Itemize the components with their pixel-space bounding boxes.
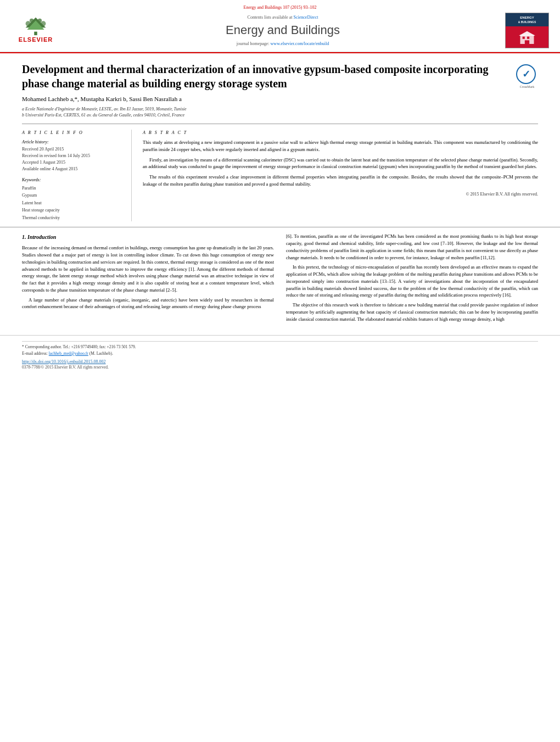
svg-point-5	[30, 19, 33, 23]
article-title: Development and thermal characterization…	[22, 62, 516, 91]
crossmark-label: CrossMark	[516, 85, 538, 89]
journal-header: Energy and Buildings 107 (2015) 93–102 E…	[0, 0, 560, 52]
revised-date: Received in revised form 14 July 2015	[22, 153, 125, 159]
email-person: (M. Lachheb).	[89, 351, 113, 356]
email-line: E-mail address: lachheb_med@yahoo.fr (M.…	[22, 350, 538, 356]
body-para-1: Because of the increasing demand on ther…	[22, 244, 274, 293]
crossmark: ✓ CrossMark	[516, 64, 538, 86]
history-label: Article history:	[22, 139, 125, 145]
svg-rect-9	[527, 37, 529, 39]
available-date: Available online 4 August 2015	[22, 166, 125, 172]
footnote-text: * Corresponding author. Tel.: +216 97749…	[22, 344, 538, 350]
building-icon	[513, 30, 541, 44]
page: Energy and Buildings 107 (2015) 93–102 E…	[0, 0, 560, 742]
homepage-link[interactable]: www.elsevier.com/locate/enbuild	[271, 41, 329, 46]
article-info-column: A R T I C L E I N F O Article history: R…	[22, 130, 132, 222]
abstract-para-3: The results of this experiment revealed …	[143, 174, 538, 188]
received-date: Received 20 April 2015	[22, 146, 125, 153]
article-history: Article history: Received 20 April 2015 …	[22, 139, 125, 172]
keyword-paraffin: Paraffin	[22, 185, 125, 192]
body-para-3: [6]. To mention, paraffin as one of the …	[286, 233, 538, 261]
svg-marker-11	[519, 31, 535, 36]
authors: Mohamed Lachheb a,*, Mustapha Karkri b, …	[22, 95, 538, 103]
issn-line: 0378-7788/© 2015 Elsevier B.V. All right…	[22, 365, 538, 371]
header-middle: ELSEVIER Contents lists available at Sci…	[11, 13, 549, 48]
abstract-para-2: Firstly, an investigation by means of a …	[143, 157, 538, 171]
affiliation-b: b Université Paris-Est, CERTES, 61 av. d…	[22, 112, 538, 118]
doi-link[interactable]: http://dx.doi.org/10.1016/j.enbuild.2015…	[22, 359, 538, 365]
copyright: © 2015 Elsevier B.V. All rights reserved…	[143, 191, 538, 197]
svg-rect-10	[525, 40, 529, 44]
elsevier-tree-icon	[19, 16, 52, 36]
keyword-latent: Latent heat	[22, 199, 125, 207]
body-two-col: 1. Introduction Because of the increasin…	[22, 233, 538, 325]
email-link[interactable]: lachheb_med@yahoo.fr	[49, 351, 88, 356]
main-body: 1. Introduction Because of the increasin…	[0, 227, 560, 331]
sciencedirect-link[interactable]: ScienceDirect	[294, 15, 318, 20]
abstract-text: This study aims at developing a new inte…	[143, 139, 538, 188]
homepage-line: journal homepage: www.elsevier.com/locat…	[60, 41, 505, 47]
page-footer: * Corresponding author. Tel.: +216 97749…	[0, 335, 560, 373]
abstract-column: A B S T R A C T This study aims at devel…	[143, 130, 538, 222]
section-1-title: 1. Introduction	[22, 233, 274, 241]
elsevier-logo: ELSEVIER	[11, 15, 60, 46]
svg-rect-8	[523, 37, 525, 39]
journal-logo: ENERGY & BUILDINGS	[505, 13, 549, 48]
article-section: Development and thermal characterization…	[0, 53, 560, 221]
abstract-header: A B S T R A C T	[143, 130, 538, 136]
article-info-header: A R T I C L E I N F O	[22, 130, 125, 136]
journal-center: Contents lists available at ScienceDirec…	[60, 14, 505, 47]
keywords-label: Keywords:	[22, 177, 125, 183]
body-col-left: 1. Introduction Because of the increasin…	[22, 233, 274, 325]
footnote: * Corresponding author. Tel.: +216 97749…	[22, 341, 538, 356]
citation-text: Energy and Buildings 107 (2015) 93–102	[244, 5, 317, 10]
affiliations: a Ecole Nationale d'Ingénieur de Monasti…	[22, 106, 538, 118]
body-para-4: In this pretext, the technology of micro…	[286, 264, 538, 299]
article-info-abstract: A R T I C L E I N F O Article history: R…	[22, 124, 538, 222]
sciencedirect-line: Contents lists available at ScienceDirec…	[60, 14, 505, 20]
svg-point-4	[41, 21, 46, 26]
crossmark-icon: ✓	[516, 64, 536, 84]
accepted-date: Accepted 1 August 2015	[22, 159, 125, 166]
article-title-area: Development and thermal characterization…	[22, 62, 538, 91]
keyword-gypsum: Gypsum	[22, 192, 125, 199]
journal-title-header: Energy and Buildings	[60, 22, 505, 39]
svg-point-3	[26, 21, 31, 26]
elsevier-label: ELSEVIER	[19, 36, 53, 44]
abstract-para-1: This study aims at developing a new inte…	[143, 139, 538, 153]
keywords-section: Keywords: Paraffin Gypsum Latent heat He…	[22, 177, 125, 221]
affiliation-a: a Ecole Nationale d'Ingénieur de Monasti…	[22, 106, 538, 112]
email-label: E-mail address:	[22, 351, 48, 356]
keyword-thermal-cond: Thermal conductivity	[22, 214, 125, 222]
citation-bar: Energy and Buildings 107 (2015) 93–102	[11, 4, 549, 10]
svg-rect-0	[34, 32, 37, 35]
body-para-5: The objective of this research work is t…	[286, 302, 538, 322]
body-col-right: [6]. To mention, paraffin as one of the …	[286, 233, 538, 325]
svg-point-6	[38, 19, 42, 23]
keyword-heat-storage: Heat storage capacity	[22, 207, 125, 214]
body-para-2: A large number of phase change materials…	[22, 297, 274, 311]
